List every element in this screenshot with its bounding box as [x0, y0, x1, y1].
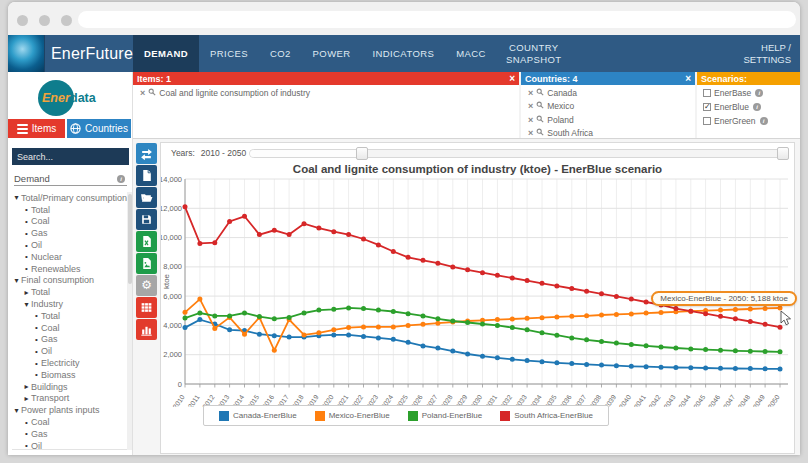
bullet-icon: •: [32, 323, 41, 332]
save-button[interactable]: [136, 209, 157, 230]
tree-item-coal[interactable]: •Coal: [12, 416, 129, 428]
info-icon[interactable]: i: [117, 175, 125, 183]
zoom-item-icon[interactable]: [536, 128, 544, 138]
tree-item-industry[interactable]: ▾Industry: [12, 298, 129, 310]
svg-text:2048: 2048: [737, 393, 752, 407]
tree-item-oil[interactable]: •Oil: [12, 345, 129, 357]
tree-item-label: Coal: [41, 323, 60, 333]
open-folder-button[interactable]: [136, 187, 157, 208]
zoom-item-icon[interactable]: [536, 101, 544, 111]
tree-item-buildings[interactable]: ▸Buildings: [12, 381, 129, 393]
new-document-button[interactable]: [136, 165, 157, 186]
tree-scrollbar[interactable]: [127, 192, 132, 450]
tree-item-oil[interactable]: •Oil: [12, 440, 129, 450]
years-slider[interactable]: [249, 149, 789, 158]
slider-handle-right[interactable]: [777, 147, 789, 160]
tree-item-label: Oil: [31, 240, 42, 250]
chart-legend: Canada-EnerBlueMexico-EnerBluePoland-Ene…: [203, 405, 609, 426]
zoom-item-icon[interactable]: [536, 88, 544, 98]
slider-handle-left[interactable]: [356, 147, 368, 160]
close-icon[interactable]: ×: [685, 74, 691, 83]
bullet-icon: •: [22, 252, 31, 261]
close-icon[interactable]: ×: [509, 74, 515, 83]
tree-item-total[interactable]: •Total: [12, 310, 129, 322]
tree-item-total[interactable]: •Total: [12, 204, 129, 216]
tree-item-transport[interactable]: ▸Transport: [12, 393, 129, 405]
caret-down-icon: ▾: [12, 276, 21, 285]
nav-item-power[interactable]: POWER: [302, 35, 362, 72]
years-range-value: 2010 - 2050: [201, 148, 246, 158]
tab-countries[interactable]: Countries: [67, 119, 131, 138]
legend-label: Canada-EnerBlue: [233, 411, 297, 420]
search-icon: [536, 115, 544, 123]
scenario-row: EnerGreeni: [697, 116, 800, 128]
main-area: ⚙ Years:2010 - 2050 Coal and lignite con…: [133, 139, 800, 455]
remove-icon[interactable]: ×: [528, 101, 533, 111]
swap-arrows-button[interactable]: [136, 143, 157, 164]
category-select[interactable]: Demand i: [14, 172, 127, 186]
tree-item-oil[interactable]: •Oil: [12, 239, 129, 251]
legend-item-poland-enerblue[interactable]: Poland-EnerBlue: [408, 411, 482, 421]
address-bar[interactable]: [78, 11, 796, 28]
tree-item-total[interactable]: ▸Total: [12, 286, 129, 298]
remove-icon[interactable]: ×: [528, 88, 533, 98]
legend-swatch: [219, 411, 229, 421]
tree-item-label: Total: [31, 287, 50, 297]
legend-item-canada-enerblue[interactable]: Canada-EnerBlue: [219, 411, 297, 421]
legend-label: Mexico-EnerBlue: [329, 411, 390, 420]
export-image-button[interactable]: [136, 253, 157, 274]
nav-item-country-snapshot[interactable]: COUNTRY SNAPSHOT: [497, 35, 571, 72]
export-excel-button[interactable]: [136, 231, 157, 252]
bar-chart-button[interactable]: [136, 319, 157, 340]
tree-item-gas[interactable]: •Gas: [12, 227, 129, 239]
bullet-icon: •: [32, 311, 41, 320]
nav-item-indicators[interactable]: INDICATORS: [362, 35, 446, 72]
nav-item-demand[interactable]: DEMAND: [133, 35, 199, 72]
tree-item-nuclear[interactable]: •Nuclear: [12, 251, 129, 263]
tree-item-gas[interactable]: •Gas: [12, 428, 129, 440]
data-table-button[interactable]: [136, 297, 157, 318]
tree-item-biomass[interactable]: •Biomass: [12, 369, 129, 381]
settings-gear-button[interactable]: ⚙: [136, 275, 157, 296]
tree-item-label: Oil: [31, 441, 42, 450]
checkbox-enerbase[interactable]: [703, 89, 711, 97]
remove-icon[interactable]: ×: [528, 128, 533, 138]
tree-item-gas[interactable]: •Gas: [12, 334, 129, 346]
checkbox-energreen[interactable]: [703, 117, 711, 125]
svg-text:2045: 2045: [692, 393, 707, 407]
tree-item-final-consumption[interactable]: ▾Final consumption: [12, 275, 129, 287]
tree-item-label: Industry: [31, 299, 63, 309]
legend-item-south-africa-enerblue[interactable]: South Africa-EnerBlue: [500, 411, 593, 421]
mouse-cursor: [781, 311, 791, 325]
tree-item-power-plants-inputs[interactable]: ▾Power plants inputs: [12, 404, 129, 416]
nav-item-prices[interactable]: PRICES: [199, 35, 259, 72]
svg-text:2047: 2047: [722, 393, 737, 407]
nav-item-macc[interactable]: MACC: [445, 35, 497, 72]
help-settings-link[interactable]: HELP / SETTINGS: [728, 35, 800, 72]
svg-text:2042: 2042: [647, 393, 662, 407]
info-icon[interactable]: i: [760, 117, 768, 125]
data-table-icon: [140, 301, 153, 314]
info-icon[interactable]: i: [755, 89, 763, 97]
tree-item-label: Electricity: [41, 358, 80, 368]
checkbox-enerblue[interactable]: [703, 103, 711, 111]
tree-item-label: Power plants inputs: [21, 405, 100, 415]
nav-item-co2[interactable]: CO2: [259, 35, 302, 72]
tree-item-coal[interactable]: •Coal: [12, 322, 129, 334]
zoom-item-icon[interactable]: [148, 88, 156, 98]
tree-item-renewables[interactable]: •Renewables: [12, 263, 129, 275]
new-document-icon: [140, 169, 153, 182]
save-icon: [140, 213, 153, 226]
legend-item-mexico-enerblue[interactable]: Mexico-EnerBlue: [315, 411, 390, 421]
tree-item-label: Nuclear: [31, 252, 62, 262]
tab-items[interactable]: Items: [8, 119, 65, 138]
tree-item-label: Buildings: [31, 382, 68, 392]
remove-icon[interactable]: ×: [140, 88, 145, 98]
zoom-item-icon[interactable]: [536, 115, 544, 125]
search-input[interactable]: [12, 148, 134, 165]
info-icon[interactable]: i: [753, 103, 761, 111]
tree-item-electricity[interactable]: •Electricity: [12, 357, 129, 369]
tree-item-total-primary-consumption[interactable]: ▾Total/Primary consumption: [12, 192, 129, 204]
remove-icon[interactable]: ×: [528, 115, 533, 125]
tree-item-coal[interactable]: •Coal: [12, 216, 129, 228]
